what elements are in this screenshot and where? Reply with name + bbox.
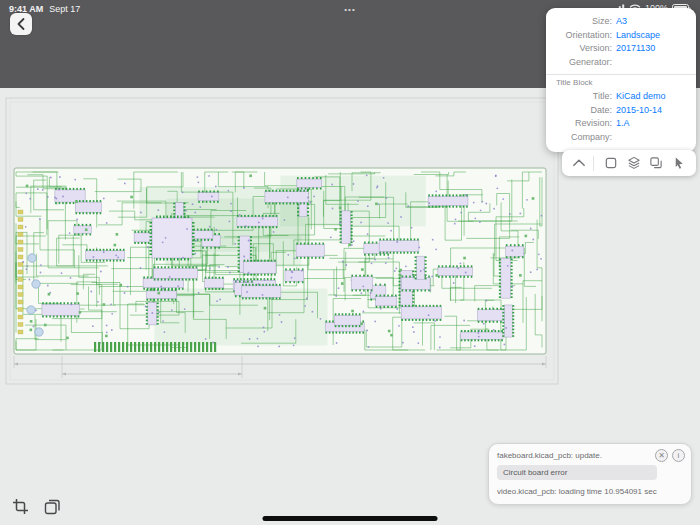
field-version-value[interactable]: 20171130: [616, 42, 655, 56]
pcb-drawing: [2, 90, 562, 390]
field-orientation-value[interactable]: Landscape: [616, 29, 660, 43]
collapse-panel-button[interactable]: [569, 153, 589, 173]
toast-actions: ✕ i: [655, 449, 685, 462]
field-orientation: Orientation: Landscape: [554, 29, 688, 43]
bottom-left-tools: [10, 497, 62, 515]
field-title-value[interactable]: KiCad demo: [616, 90, 666, 104]
info-panel: Size: A3 Orientation: Landscape Version:…: [546, 8, 696, 152]
frame-icon: [604, 156, 618, 170]
field-generator: Generator:: [554, 56, 688, 70]
toast-close-icon[interactable]: ✕: [655, 449, 668, 462]
field-company: Company:: [554, 131, 688, 145]
frame-button[interactable]: [601, 153, 621, 173]
layers-stack-button[interactable]: [42, 497, 62, 515]
toast-message-loading: video.kicad_pcb: loading time 10.954091 …: [497, 487, 683, 496]
chevron-left-icon: [15, 17, 27, 31]
chevron-up-icon: [572, 157, 586, 169]
field-version: Version: 20171130: [554, 42, 688, 56]
field-revision-value[interactable]: 1.A: [616, 117, 630, 131]
back-button[interactable]: [10, 13, 32, 35]
copy-button[interactable]: [646, 153, 666, 173]
select-cursor-button[interactable]: [669, 153, 689, 173]
home-indicator[interactable]: [263, 516, 438, 521]
field-size: Size: A3: [554, 15, 688, 29]
strip-divider: [593, 156, 594, 171]
app-screen: 9:41 AM Sept 17 •••: [0, 0, 700, 525]
panel-divider: [546, 74, 696, 75]
layers-stack-icon: [44, 498, 61, 515]
copy-icon: [649, 156, 663, 170]
layers-icon: [627, 156, 641, 170]
toast-info-icon[interactable]: i: [672, 449, 685, 462]
select-cursor-icon: [672, 156, 686, 170]
field-title: Title: KiCad demo: [554, 90, 688, 104]
field-date: Date: 2015-10-14: [554, 104, 688, 118]
notification-toast: fakeboard.kicad_pcb: update. Circuit boa…: [488, 443, 692, 505]
title-block-heading: Title Block: [556, 78, 688, 87]
field-size-value[interactable]: A3: [616, 15, 627, 29]
crop-frame-icon: [12, 498, 29, 515]
field-revision: Revision: 1.A: [554, 117, 688, 131]
layers-button[interactable]: [624, 153, 644, 173]
tool-strip: [562, 150, 696, 176]
toast-error-message: Circuit board error: [497, 465, 657, 480]
crop-frame-button[interactable]: [10, 497, 30, 515]
field-date-value[interactable]: 2015-10-14: [616, 104, 662, 118]
